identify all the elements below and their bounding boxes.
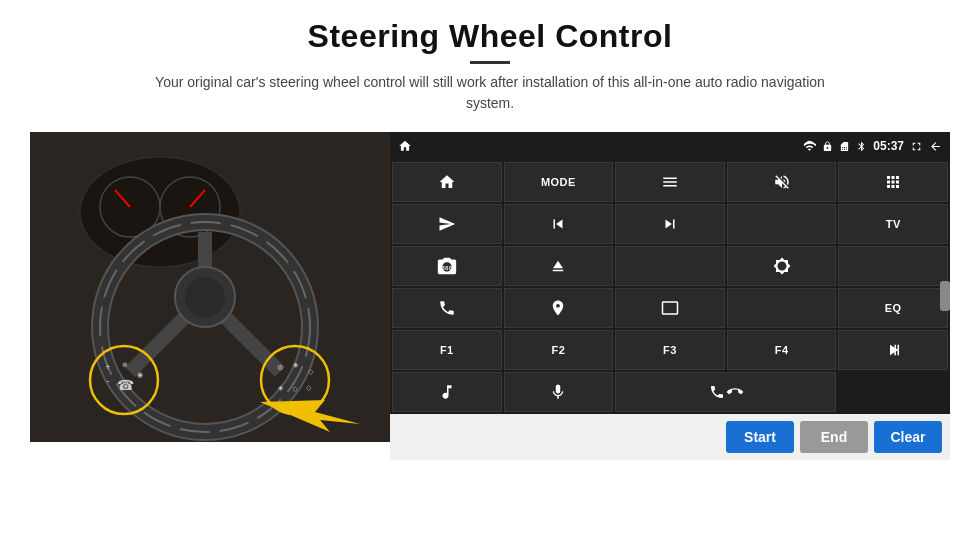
status-bar-right: 05:37 bbox=[803, 139, 942, 153]
svg-text:⚙: ⚙ bbox=[277, 364, 283, 371]
wifi-icon bbox=[803, 140, 816, 153]
phonecall-btn[interactable] bbox=[615, 372, 836, 412]
svg-text:+: + bbox=[105, 362, 110, 372]
button-grid: MODE bbox=[390, 160, 950, 414]
sim-icon bbox=[839, 141, 850, 152]
mute-btn[interactable] bbox=[727, 162, 837, 202]
page-container: Steering Wheel Control Your original car… bbox=[0, 0, 980, 544]
f3-btn[interactable]: F2 bbox=[504, 330, 614, 370]
content-area: + - ⊕ ☎ ◉ ⚙ ◈ ◇ ○ ◈ ◇ bbox=[30, 132, 950, 460]
next-btn[interactable] bbox=[615, 204, 725, 244]
f5-btn[interactable]: F4 bbox=[727, 330, 837, 370]
svg-text:☎: ☎ bbox=[117, 377, 134, 393]
svg-text:◉: ◉ bbox=[137, 371, 143, 378]
status-bar-left bbox=[398, 139, 412, 153]
brightness-btn[interactable] bbox=[727, 246, 837, 286]
f4-btn[interactable]: F3 bbox=[615, 330, 725, 370]
svg-rect-29 bbox=[898, 345, 900, 356]
home-status-icon bbox=[398, 139, 412, 153]
scrollbar-handle[interactable] bbox=[940, 281, 950, 311]
android-panel: 05:37 MODE bbox=[390, 132, 950, 460]
tv-btn[interactable] bbox=[727, 204, 837, 244]
status-bar: 05:37 bbox=[390, 132, 950, 160]
bluetooth-icon bbox=[856, 141, 867, 152]
music-btn[interactable] bbox=[392, 372, 502, 412]
mic-btn[interactable] bbox=[504, 372, 614, 412]
camera360-btn[interactable]: 360 bbox=[392, 246, 502, 286]
back-icon bbox=[929, 140, 942, 153]
radio-btn[interactable] bbox=[615, 246, 725, 286]
apps-btn[interactable] bbox=[838, 162, 948, 202]
status-time: 05:37 bbox=[873, 139, 904, 153]
list-btn[interactable] bbox=[615, 162, 725, 202]
eject-btn[interactable] bbox=[504, 246, 614, 286]
title-divider bbox=[470, 61, 510, 64]
steering-wheel-image: + - ⊕ ☎ ◉ ⚙ ◈ ◇ ○ ◈ ◇ bbox=[30, 132, 390, 442]
title-section: Steering Wheel Control Your original car… bbox=[140, 18, 840, 114]
clear-button[interactable]: Clear bbox=[874, 421, 942, 453]
playpause-btn[interactable] bbox=[838, 330, 948, 370]
screen-btn[interactable] bbox=[615, 288, 725, 328]
f2-btn[interactable]: F1 bbox=[392, 330, 502, 370]
f1-btn[interactable]: EQ bbox=[838, 288, 948, 328]
svg-text:360: 360 bbox=[442, 265, 453, 271]
fullscreen-icon bbox=[910, 140, 923, 153]
page-subtitle: Your original car's steering wheel contr… bbox=[140, 72, 840, 114]
end-button[interactable]: End bbox=[800, 421, 868, 453]
phone-btn[interactable] bbox=[392, 288, 502, 328]
svg-rect-30 bbox=[895, 345, 897, 356]
prev-btn[interactable] bbox=[504, 204, 614, 244]
empty-btn bbox=[838, 372, 948, 412]
navi-btn[interactable] bbox=[504, 288, 614, 328]
bottom-bar: Start End Clear bbox=[390, 414, 950, 460]
lock-icon bbox=[822, 141, 833, 152]
media-btn[interactable]: TV bbox=[838, 204, 948, 244]
svg-text:-: - bbox=[107, 376, 110, 386]
send-btn[interactable] bbox=[392, 204, 502, 244]
home-btn[interactable] bbox=[392, 162, 502, 202]
start-button[interactable]: Start bbox=[726, 421, 794, 453]
eq-btn[interactable] bbox=[727, 288, 837, 328]
svg-text:⊕: ⊕ bbox=[122, 361, 128, 368]
svg-text:○: ○ bbox=[292, 384, 297, 394]
mode-btn[interactable]: MODE bbox=[504, 162, 614, 202]
dvd-btn[interactable] bbox=[838, 246, 948, 286]
svg-point-13 bbox=[185, 277, 225, 317]
page-title: Steering Wheel Control bbox=[140, 18, 840, 55]
